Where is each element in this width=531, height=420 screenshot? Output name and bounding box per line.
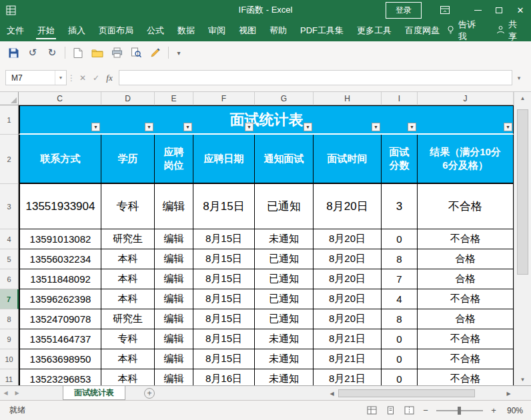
maximize-button[interactable] — [488, 0, 510, 20]
zoom-level[interactable]: 90% — [504, 406, 523, 415]
column-header-c[interactable]: C — [19, 92, 101, 105]
table-title-cell[interactable]: 面试统计表 ▼ ▼ ▼ ▼ ▼ ▼ ▼ ▼ — [19, 105, 514, 135]
cell[interactable]: 本科 — [101, 249, 155, 269]
cell[interactable]: 已通知 — [255, 309, 314, 329]
cell[interactable]: 3 — [382, 184, 418, 229]
cell[interactable]: 13523296853 — [19, 369, 101, 385]
share[interactable]: 共享 — [496, 19, 522, 43]
cell[interactable]: 13511848092 — [19, 269, 101, 289]
cell[interactable]: 0 — [382, 369, 418, 385]
scroll-down-icon[interactable]: ▼ — [514, 373, 531, 385]
cell[interactable]: 已通知 — [255, 289, 314, 309]
cell[interactable]: 8月21日 — [314, 329, 382, 349]
cell[interactable]: 未通知 — [255, 349, 314, 369]
filter-dropdown-icon[interactable]: ▼ — [145, 123, 153, 131]
horizontal-scroll-thumb[interactable] — [338, 389, 475, 397]
add-sheet-icon[interactable]: + — [144, 388, 155, 399]
cell[interactable]: 不合格 — [418, 369, 514, 385]
column-header-d[interactable]: D — [101, 92, 155, 105]
formula-input[interactable] — [119, 70, 512, 85]
header-cell-score[interactable]: 面试 分数 — [382, 135, 418, 184]
cell[interactable]: 编辑 — [155, 329, 193, 349]
cell[interactable]: 8 — [382, 249, 418, 269]
row-header-1[interactable]: 1 — [0, 105, 19, 135]
row-header-2[interactable]: 2 — [0, 135, 19, 184]
cell[interactable]: 8月21日 — [314, 349, 382, 369]
redo-icon[interactable]: ↻ — [45, 46, 59, 59]
cell[interactable]: 本科 — [101, 289, 155, 309]
tell-me[interactable]: 告诉我 — [446, 19, 479, 43]
cell[interactable]: 0 — [382, 229, 418, 249]
cell[interactable]: 编辑 — [155, 369, 193, 385]
cell[interactable]: 不合格 — [418, 329, 514, 349]
cell[interactable]: 不合格 — [418, 184, 514, 229]
cell[interactable]: 13551933904 — [19, 184, 101, 229]
page-layout-view-icon[interactable] — [384, 405, 396, 416]
close-button[interactable]: ✕ — [510, 0, 531, 20]
vertical-scrollbar[interactable]: ▲ ▼ — [514, 92, 531, 385]
tab-file[interactable]: 文件 — [0, 20, 31, 41]
cell[interactable]: 8月20日 — [314, 269, 382, 289]
cell[interactable]: 13596262398 — [19, 289, 101, 309]
row-header-7-selected[interactable]: 7 — [0, 289, 19, 309]
cell[interactable]: 8月15日 — [193, 329, 255, 349]
tab-page-layout[interactable]: 页面布局 — [92, 20, 140, 41]
cell[interactable]: 4 — [382, 289, 418, 309]
header-cell-apply-date[interactable]: 应聘日期 — [193, 135, 255, 184]
column-header-j[interactable]: J — [418, 92, 514, 105]
cell[interactable]: 8月20日 — [314, 289, 382, 309]
cell[interactable]: 8月15日 — [193, 249, 255, 269]
ribbon-display-options-icon[interactable] — [435, 0, 455, 20]
header-cell-result[interactable]: 结果（满分10分 6分及格） — [418, 135, 514, 184]
filter-dropdown-icon[interactable]: ▼ — [183, 123, 192, 131]
row-header-5[interactable]: 5 — [0, 249, 19, 269]
normal-view-icon[interactable] — [366, 405, 378, 416]
name-box-dropdown-icon[interactable]: ▾ — [55, 71, 66, 85]
cell[interactable]: 不合格 — [418, 289, 514, 309]
cell[interactable]: 编辑 — [155, 289, 193, 309]
sheet-nav-right-icon[interactable]: ▶ — [11, 390, 23, 396]
row-header-8[interactable]: 8 — [0, 309, 19, 329]
name-box[interactable]: M7 ▾ — [5, 70, 67, 85]
cell[interactable]: 13591013082 — [19, 229, 101, 249]
cell[interactable]: 本科 — [101, 349, 155, 369]
cell[interactable]: 已通知 — [255, 249, 314, 269]
cell[interactable]: 7 — [382, 269, 418, 289]
cell[interactable]: 专科 — [101, 329, 155, 349]
filter-dropdown-icon[interactable]: ▼ — [504, 123, 512, 131]
cell[interactable]: 8月16日 — [193, 369, 255, 385]
tab-more-tools[interactable]: 更多工具 — [350, 20, 398, 41]
cell[interactable]: 专科 — [101, 184, 155, 229]
cell[interactable]: 已通知 — [255, 269, 314, 289]
row-header-3[interactable]: 3 — [0, 184, 19, 229]
cell[interactable]: 0 — [382, 329, 418, 349]
cell[interactable]: 本科 — [101, 269, 155, 289]
column-header-i[interactable]: I — [382, 92, 418, 105]
cell[interactable]: 13556032234 — [19, 249, 101, 269]
cell[interactable]: 未通知 — [255, 329, 314, 349]
vertical-scroll-track[interactable] — [514, 104, 531, 373]
cell[interactable]: 8月20日 — [314, 229, 382, 249]
cell[interactable]: 13524709078 — [19, 309, 101, 329]
cell[interactable]: 研究生 — [101, 229, 155, 249]
save-icon[interactable] — [7, 46, 20, 59]
expand-formula-bar-icon[interactable]: ▾ — [512, 75, 526, 81]
page-break-view-icon[interactable] — [403, 405, 415, 416]
spell-pen-icon[interactable] — [149, 46, 162, 59]
scroll-up-icon[interactable]: ▲ — [514, 92, 531, 104]
filter-dropdown-icon[interactable]: ▼ — [372, 123, 380, 131]
print-preview-icon[interactable] — [129, 46, 143, 59]
new-file-icon[interactable] — [71, 46, 85, 59]
sheet-nav-left-icon[interactable]: ◀ — [0, 390, 11, 396]
cell[interactable]: 13551464737 — [19, 329, 101, 349]
undo-icon[interactable]: ↺ — [26, 46, 39, 59]
filter-dropdown-icon[interactable]: ▼ — [245, 123, 253, 131]
vertical-scroll-thumb[interactable] — [517, 109, 528, 275]
header-cell-education[interactable]: 学历 — [101, 135, 155, 184]
tab-data[interactable]: 数据 — [171, 20, 201, 41]
horizontal-scrollbar[interactable]: ◀ ▶ — [327, 388, 514, 399]
cell[interactable]: 0 — [382, 349, 418, 369]
cell[interactable]: 研究生 — [101, 309, 155, 329]
cell[interactable]: 本科 — [101, 369, 155, 385]
cell[interactable]: 8月15日 — [193, 309, 255, 329]
